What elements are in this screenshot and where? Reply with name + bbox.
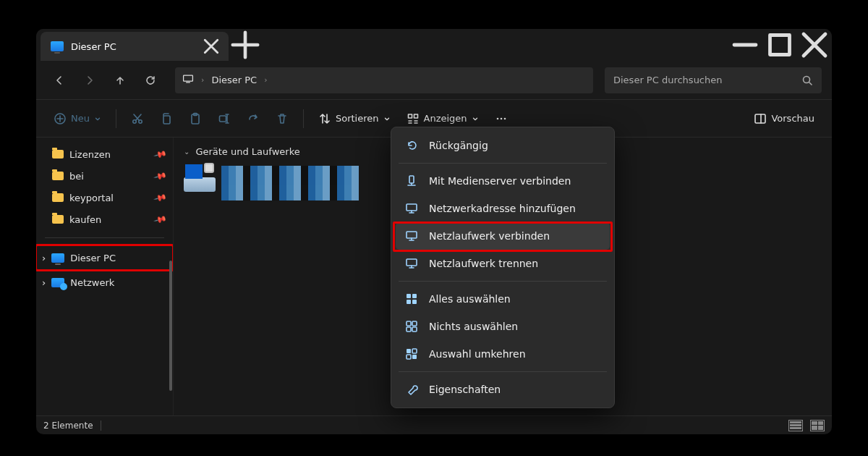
menu-add-network-location[interactable]: Netzwerkadresse hinzufügen	[396, 195, 610, 222]
menu-disconnect-network-drive[interactable]: Netzlaufwerk trennen	[396, 250, 610, 277]
navbar: › Dieser PC › Dieser PC durchsuchen	[36, 61, 832, 100]
overflow-button[interactable]	[489, 108, 514, 130]
search-box[interactable]: Dieser PC durchsuchen	[605, 67, 822, 93]
drive-tile[interactable]	[184, 164, 357, 192]
folder-icon	[52, 172, 64, 180]
menu-select-none[interactable]: Nichts auswählen	[396, 313, 610, 340]
menu-undo[interactable]: Rückgängig	[396, 132, 610, 159]
invert-selection-icon	[404, 347, 419, 361]
minimize-button[interactable]	[728, 29, 762, 61]
folder-icon	[52, 193, 64, 202]
maximize-button[interactable]	[762, 29, 797, 61]
close-tab-icon[interactable]	[201, 36, 221, 56]
svg-rect-16	[409, 176, 414, 183]
up-button[interactable]	[107, 67, 133, 93]
folder-icon	[52, 150, 64, 159]
address-bar[interactable]: › Dieser PC ›	[175, 67, 593, 93]
close-button[interactable]	[797, 29, 832, 61]
svg-rect-1	[184, 75, 193, 81]
search-placeholder: Dieser PC durchsuchen	[613, 75, 801, 85]
media-server-icon	[404, 174, 419, 188]
chevron-right-icon: ›	[201, 75, 204, 85]
svg-rect-28	[407, 349, 411, 353]
svg-rect-19	[407, 259, 417, 266]
menu-map-network-drive[interactable]: Netzlaufwerk verbinden	[396, 222, 610, 250]
properties-icon	[404, 382, 419, 397]
view-button[interactable]: Anzeigen	[401, 108, 485, 130]
svg-rect-11	[414, 114, 417, 118]
chevron-down-icon: ⌄	[184, 148, 190, 156]
svg-rect-27	[412, 327, 417, 332]
sort-button[interactable]: Sortieren	[312, 108, 396, 130]
preview-pane-button[interactable]: Vorschau	[748, 108, 820, 130]
cut-button[interactable]	[125, 108, 150, 130]
context-menu: Rückgängig Mit Medienserver verbinden Ne…	[391, 127, 615, 408]
window-controls	[728, 29, 832, 61]
pin-icon: 📌	[153, 169, 168, 183]
sidebar: Lizenzen 📌 bei 📌 keyportal 📌 kaufen 📌 ›	[36, 138, 174, 415]
svg-rect-31	[412, 355, 417, 359]
monitor-icon	[404, 229, 419, 243]
svg-rect-9	[219, 116, 226, 122]
paste-button[interactable]	[183, 108, 208, 130]
pin-icon: 📌	[153, 212, 168, 227]
this-pc-icon	[51, 41, 64, 51]
sidebar-item-kaufen[interactable]: kaufen 📌	[36, 208, 173, 230]
svg-rect-29	[412, 349, 417, 353]
folder-icon	[52, 215, 64, 224]
chevron-right-icon: ›	[42, 253, 46, 263]
breadcrumb-segment[interactable]: Dieser PC	[211, 75, 257, 85]
svg-point-14	[503, 117, 506, 119]
copy-button[interactable]	[154, 108, 179, 130]
sidebar-item-lizenzen[interactable]: Lizenzen 📌	[36, 143, 173, 165]
sidebar-item-bei[interactable]: bei 📌	[36, 165, 173, 187]
select-none-icon	[404, 319, 419, 334]
monitor-icon	[404, 201, 419, 216]
tab-this-pc[interactable]: Dieser PC	[41, 32, 229, 61]
new-button[interactable]: Neu	[48, 108, 107, 130]
delete-button[interactable]	[270, 108, 294, 130]
search-icon	[801, 75, 813, 86]
drive-icon	[184, 164, 223, 192]
svg-rect-6	[163, 116, 170, 124]
svg-rect-24	[407, 321, 411, 326]
icons-view-button[interactable]	[810, 420, 825, 431]
sidebar-item-network[interactable]: › Netzwerk	[36, 270, 173, 295]
monitor-icon	[404, 256, 419, 271]
select-all-icon	[404, 292, 419, 306]
new-tab-button[interactable]	[229, 29, 262, 61]
network-icon	[51, 278, 64, 287]
svg-rect-22	[407, 300, 411, 304]
menu-media-server[interactable]: Mit Medienserver verbinden	[396, 167, 610, 195]
svg-point-12	[496, 117, 498, 119]
item-count: 2 Elemente	[43, 421, 93, 431]
sidebar-item-keyportal[interactable]: keyportal 📌	[36, 187, 173, 208]
forward-button[interactable]	[77, 67, 103, 93]
svg-rect-21	[412, 294, 417, 298]
menu-properties[interactable]: Eigenschaften	[396, 376, 610, 403]
titlebar: Dieser PC	[36, 29, 832, 61]
svg-rect-0	[770, 35, 790, 55]
back-button[interactable]	[46, 67, 72, 93]
scrollbar-thumb[interactable]	[169, 261, 172, 391]
svg-rect-25	[412, 321, 417, 326]
tab-title: Dieser PC	[71, 41, 194, 52]
chevron-right-icon: ›	[42, 277, 46, 288]
undo-icon	[404, 138, 419, 153]
details-view-button[interactable]	[788, 420, 803, 431]
svg-rect-18	[407, 232, 417, 238]
rename-button[interactable]	[212, 108, 237, 130]
menu-select-all[interactable]: Alles auswählen	[396, 285, 610, 313]
statusbar: 2 Elemente	[36, 415, 832, 434]
menu-invert-selection[interactable]: Auswahl umkehren	[396, 340, 610, 368]
pin-icon: 📌	[153, 147, 168, 161]
svg-rect-15	[755, 114, 765, 123]
share-button[interactable]	[241, 108, 265, 130]
redacted-area	[221, 166, 359, 200]
refresh-button[interactable]	[137, 67, 163, 93]
svg-rect-23	[412, 300, 417, 304]
svg-point-2	[804, 76, 810, 83]
address-pc-icon	[182, 73, 194, 87]
sidebar-item-this-pc[interactable]: › Dieser PC	[36, 245, 173, 270]
svg-rect-26	[407, 327, 411, 332]
